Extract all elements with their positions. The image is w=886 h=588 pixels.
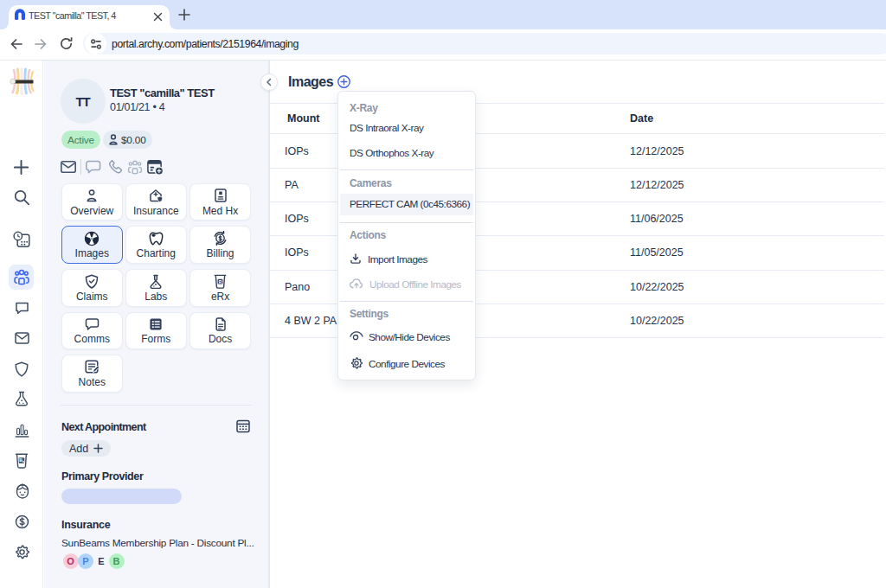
svg-text:R: R bbox=[219, 278, 222, 284]
